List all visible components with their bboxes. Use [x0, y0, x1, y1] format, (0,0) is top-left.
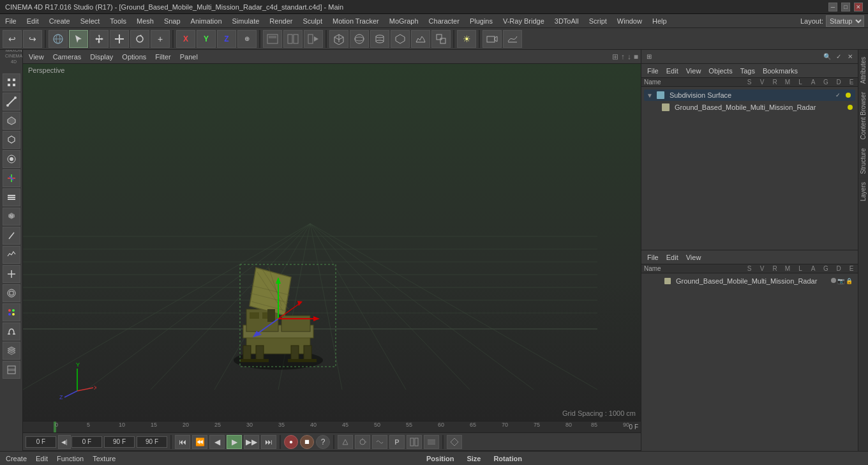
material2-button[interactable]: [3, 265, 20, 283]
mat-menu-texture[interactable]: Texture: [89, 454, 119, 464]
cube-button[interactable]: [329, 30, 348, 48]
tab-layers[interactable]: Layers: [858, 178, 868, 205]
layer2-button[interactable]: [3, 342, 20, 360]
menu-window[interactable]: Window: [612, 14, 647, 28]
tab-attributes[interactable]: Attributes: [858, 52, 868, 88]
menu-simulate[interactable]: Simulate: [227, 14, 265, 28]
viewport-canvas[interactable]: Perspective Grid Spacing : 1000 cm: [23, 64, 641, 421]
axis-z-button[interactable]: Z: [217, 30, 236, 48]
record-button[interactable]: ●: [284, 435, 298, 449]
viewport-icon-fullscreen[interactable]: ■: [634, 52, 638, 61]
menu-script[interactable]: Script: [584, 14, 612, 28]
parent-button[interactable]: N: [3, 208, 20, 225]
auto-key-3[interactable]: [372, 435, 387, 449]
auto-key-5[interactable]: [407, 435, 422, 449]
viewport-menu-options[interactable]: Options: [119, 52, 149, 62]
record2-button[interactable]: ⏹: [300, 435, 314, 449]
obj-menu-file[interactable]: File: [644, 66, 662, 76]
menu-plugins[interactable]: Plugins: [465, 14, 498, 28]
menu-sculpt[interactable]: Sculpt: [297, 14, 327, 28]
grid-button[interactable]: [3, 361, 20, 379]
move-tool-button[interactable]: [89, 30, 108, 48]
polygon-button[interactable]: [391, 30, 410, 48]
mat-menu-function[interactable]: Function: [54, 454, 87, 464]
light-button[interactable]: ☀: [457, 30, 476, 48]
menu-animation[interactable]: Animation: [186, 14, 227, 28]
menu-select[interactable]: Select: [75, 14, 105, 28]
obj-expand-icon[interactable]: ▼: [647, 92, 653, 99]
menu-character[interactable]: Character: [424, 14, 465, 28]
auto-key-6[interactable]: [424, 435, 439, 449]
auto-key-4[interactable]: P: [389, 435, 405, 449]
menu-vray[interactable]: V-Ray Bridge: [498, 14, 550, 28]
obj-row-subdivision[interactable]: ▼ Subdivision Surface ✓: [644, 89, 855, 101]
viewport-menu-cameras[interactable]: Cameras: [50, 52, 85, 62]
select-tool-button[interactable]: [69, 30, 88, 48]
viewport-menu-filter[interactable]: Filter: [152, 52, 174, 62]
close-button[interactable]: ✕: [854, 3, 863, 11]
undo-button[interactable]: ↩: [3, 30, 22, 48]
transform-button[interactable]: +: [151, 30, 170, 48]
floor2-button[interactable]: [3, 246, 20, 264]
obj-menu-objects[interactable]: Objects: [705, 66, 735, 76]
auto-key-2[interactable]: [355, 435, 370, 449]
playback-mode-2[interactable]: [283, 30, 303, 48]
prev-frame-10[interactable]: ◀|: [58, 435, 71, 449]
texture-mode-button[interactable]: [3, 150, 20, 168]
bend-button[interactable]: [3, 227, 20, 245]
viewport-icon-down[interactable]: ↓: [627, 52, 631, 61]
mat-menu-edit[interactable]: Edit: [33, 454, 51, 464]
restore-button[interactable]: □: [841, 3, 850, 11]
menu-render[interactable]: Render: [264, 14, 297, 28]
obj-menu-bookmarks[interactable]: Bookmarks: [760, 66, 801, 76]
tab-structure[interactable]: Structure: [858, 144, 868, 178]
menu-mograph[interactable]: MoGraph: [384, 14, 424, 28]
menu-create[interactable]: Create: [44, 14, 75, 28]
obj-menu-view[interactable]: View: [683, 66, 705, 76]
next-frame-button[interactable]: ▶▶: [244, 435, 259, 449]
point-mode-button[interactable]: [3, 73, 20, 91]
play-button[interactable]: ▶: [227, 435, 242, 449]
redo-button[interactable]: ↪: [23, 30, 42, 48]
keyframe-icon[interactable]: [447, 435, 462, 449]
render-button[interactable]: [3, 284, 20, 302]
rotate-tool-button[interactable]: [130, 30, 149, 48]
cylinder-button[interactable]: [370, 30, 389, 48]
menu-help[interactable]: Help: [647, 14, 672, 28]
prev-keyframe-button[interactable]: ⏪: [192, 435, 207, 449]
magnet-button[interactable]: [3, 323, 20, 340]
menu-file[interactable]: File: [0, 14, 22, 28]
help-button[interactable]: ?: [316, 435, 330, 449]
obj2-menu-file[interactable]: File: [644, 252, 662, 263]
playback-mode-3[interactable]: [304, 30, 323, 48]
scale-tool-button[interactable]: [110, 30, 129, 48]
obj2-menu-edit[interactable]: Edit: [663, 252, 682, 263]
menu-mesh[interactable]: Mesh: [131, 14, 159, 28]
axis-mode-button[interactable]: [3, 169, 20, 187]
camera-button[interactable]: [483, 30, 502, 48]
sphere-button[interactable]: [350, 30, 369, 48]
tab-content-browser[interactable]: Content Browser: [858, 88, 868, 143]
viewport-menu-panel[interactable]: Panel: [177, 52, 201, 62]
landscape-button[interactable]: [411, 30, 430, 48]
menu-motion-tracker[interactable]: Motion Tracker: [327, 14, 384, 28]
end-frame-input[interactable]: [104, 436, 135, 448]
viewport-icon-up[interactable]: ↑: [621, 52, 625, 61]
viewport-icon-grid[interactable]: ⊞: [612, 52, 618, 61]
layout-dropdown[interactable]: Startup: [826, 15, 864, 27]
layer-button[interactable]: [3, 188, 20, 206]
edge-mode-button[interactable]: [3, 93, 20, 111]
obj2-menu-view[interactable]: View: [683, 252, 705, 263]
minimize-button[interactable]: ─: [828, 3, 837, 11]
obj2-row-radar[interactable]: Ground_Based_Mobile_Multi_Mission_Radar …: [654, 276, 855, 286]
axis-x-button[interactable]: X: [176, 30, 195, 48]
goto-start-button[interactable]: ⏮: [175, 435, 190, 449]
viewport-menu-view[interactable]: View: [26, 52, 47, 62]
obj-row-radar[interactable]: Ground_Based_Mobile_Multi_Mission_Radar: [654, 102, 855, 112]
obj-menu-edit[interactable]: Edit: [663, 66, 682, 76]
floor-button[interactable]: [503, 30, 522, 48]
mat-menu-create[interactable]: Create: [3, 454, 30, 464]
object-mode-button[interactable]: [3, 131, 20, 149]
goto-end-button[interactable]: ⏭: [261, 435, 276, 449]
obj-menu-tags[interactable]: Tags: [737, 66, 758, 76]
